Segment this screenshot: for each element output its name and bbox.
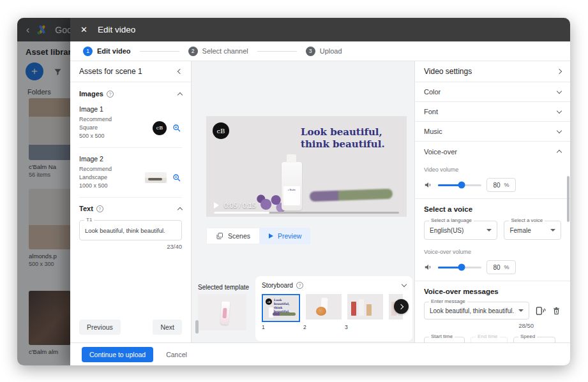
storyboard-scene-2[interactable] bbox=[306, 294, 342, 320]
video-settings-row[interactable]: Video settings bbox=[415, 61, 570, 82]
step-3-label[interactable]: Upload bbox=[320, 47, 342, 55]
scenes-icon bbox=[216, 232, 223, 240]
scenes-button[interactable]: Scenes bbox=[206, 228, 260, 244]
video-volume-label: Video volume bbox=[424, 166, 561, 173]
selected-template-label: Selected template bbox=[198, 284, 249, 291]
delete-icon[interactable] bbox=[552, 306, 561, 316]
end-time-label: End time bbox=[476, 334, 500, 339]
scrollbar-thumb[interactable] bbox=[567, 176, 569, 222]
video-timestamp: 0:05 / 0:15 bbox=[224, 202, 256, 209]
slider-thumb[interactable] bbox=[458, 264, 465, 271]
step-connector bbox=[140, 51, 179, 52]
play-icon[interactable] bbox=[214, 202, 219, 209]
video-progress-bar[interactable] bbox=[214, 212, 399, 214]
app-window: ‹ Goo Asset library + Folders c'Balm Na … bbox=[17, 18, 570, 365]
image-2-block: Image 2 RecommendLandscape1000 x 500 bbox=[79, 155, 182, 190]
chevron-down-icon[interactable] bbox=[402, 282, 407, 287]
text-1-input[interactable] bbox=[80, 221, 181, 240]
play-icon bbox=[269, 233, 273, 239]
dropdown-arrow-icon bbox=[550, 229, 555, 231]
start-time-field[interactable]: Start time bbox=[424, 337, 465, 342]
dropdown-arrow-icon bbox=[518, 309, 524, 312]
voice-over-volume-label: Voice-over volume bbox=[424, 249, 561, 255]
settings-panel: Video settings Color Font Music Voice-ov… bbox=[414, 61, 570, 342]
divider bbox=[415, 281, 570, 281]
text-1-field-label: T1 bbox=[84, 217, 94, 223]
scene-numbers: 123 bbox=[262, 324, 406, 330]
image-1-thumbnail[interactable]: cB bbox=[153, 121, 167, 135]
replace-image-icon[interactable] bbox=[172, 173, 182, 183]
speed-value: 1 bbox=[519, 342, 523, 343]
cancel-button[interactable]: Cancel bbox=[166, 351, 187, 358]
voice-select[interactable]: Select a voice Female bbox=[504, 221, 561, 240]
chevron-up-icon[interactable] bbox=[177, 92, 183, 97]
selected-template-thumbnail[interactable] bbox=[198, 294, 246, 330]
storyboard-card: Storyboard ? cB Look beautiful, think be… bbox=[255, 276, 412, 341]
previous-button[interactable]: Previous bbox=[79, 320, 121, 335]
chevron-down-icon bbox=[557, 88, 562, 93]
language-select-label: Select a language bbox=[429, 217, 474, 223]
help-icon[interactable]: ? bbox=[96, 205, 103, 212]
enter-message-select[interactable]: Enter message Look beautiful, think beau… bbox=[424, 302, 529, 320]
voice-select-value: Female bbox=[509, 227, 531, 234]
language-select-value: English(US) bbox=[430, 227, 464, 234]
step-1-label[interactable]: Edit video bbox=[97, 47, 131, 55]
continue-to-upload-button[interactable]: Continue to upload bbox=[82, 347, 153, 362]
speed-select[interactable]: Speed 1 bbox=[513, 337, 555, 342]
text-1-counter: 23/40 bbox=[79, 243, 182, 250]
voice-over-volume-value: 80 bbox=[493, 264, 500, 271]
video-volume-value-field[interactable]: 80 % bbox=[486, 178, 516, 192]
step-2-label[interactable]: Select channel bbox=[202, 47, 248, 55]
scenes-label: Scenes bbox=[228, 232, 250, 240]
collapse-panel-icon[interactable] bbox=[177, 69, 183, 74]
voice-over-volume-value-field[interactable]: 80 % bbox=[486, 260, 516, 274]
step-3-circle: 3 bbox=[306, 47, 315, 56]
language-select[interactable]: Select a language English(US) bbox=[424, 221, 497, 240]
video-volume-slider[interactable] bbox=[438, 184, 481, 186]
brand-logo-overlay: cB bbox=[213, 122, 229, 139]
end-time-field: End time 3 s bbox=[471, 337, 508, 342]
text-section-header[interactable]: Text ? bbox=[79, 205, 182, 212]
modal-header: ✕ Edit video bbox=[70, 18, 570, 41]
image-2-title: Image 2 bbox=[79, 155, 182, 163]
video-headline: Look beautiful, think beautiful. bbox=[301, 126, 398, 151]
text-to-speech-icon[interactable] bbox=[535, 305, 546, 316]
video-preview[interactable]: cB Look beautiful, think beautiful. c'Ba… bbox=[206, 116, 407, 217]
voice-over-volume-slider[interactable] bbox=[438, 267, 481, 268]
stepper: 1 Edit video 2 Select channel 3 Upload bbox=[70, 41, 570, 61]
enter-message-value: Look beautiful, think beautiful. bbox=[430, 307, 514, 314]
next-button[interactable]: Next bbox=[153, 320, 182, 335]
image-2-specs: RecommendLandscape1000 x 500 bbox=[79, 165, 112, 190]
speaker-icon bbox=[424, 263, 433, 272]
divider bbox=[79, 197, 182, 198]
voice-over-section-row[interactable]: Voice-over bbox=[415, 142, 570, 161]
preview-button[interactable]: Preview bbox=[260, 228, 310, 244]
help-icon[interactable]: ? bbox=[296, 282, 303, 289]
storyboard-scene-3[interactable] bbox=[347, 294, 383, 320]
replace-image-icon[interactable] bbox=[172, 123, 182, 133]
chevron-up-icon[interactable] bbox=[177, 207, 183, 212]
help-icon[interactable]: ? bbox=[107, 91, 114, 98]
music-section-row[interactable]: Music bbox=[415, 122, 570, 142]
image-2-thumbnail[interactable] bbox=[145, 172, 167, 183]
voice-select-label: Select a voice bbox=[509, 217, 545, 223]
storyboard-next-button[interactable] bbox=[394, 299, 409, 314]
text-section-label: Text bbox=[79, 205, 93, 212]
speed-label: Speed bbox=[518, 334, 537, 339]
assets-panel: Assets for scene 1 Images ? Image 1 bbox=[70, 61, 192, 342]
images-section-header[interactable]: Images ? bbox=[79, 90, 182, 98]
color-section-row[interactable]: Color bbox=[415, 82, 570, 102]
scrollbar-thumb[interactable] bbox=[195, 320, 199, 334]
images-section-label: Images bbox=[79, 90, 103, 98]
slider-thumb[interactable] bbox=[458, 182, 465, 189]
select-voice-heading: Select a voice bbox=[424, 205, 561, 213]
close-icon[interactable]: ✕ bbox=[80, 25, 87, 34]
color-label: Color bbox=[424, 88, 441, 96]
storyboard-scene-1[interactable]: cB Look beautiful, think beautiful. bbox=[262, 294, 300, 322]
font-section-row[interactable]: Font bbox=[415, 102, 570, 122]
enter-message-label: Enter message bbox=[429, 298, 467, 304]
font-label: Font bbox=[424, 108, 438, 115]
product-bottle: c'Balm bbox=[282, 162, 302, 210]
preview-area: cB Look beautiful, think beautiful. c'Ba… bbox=[192, 61, 414, 342]
edit-video-modal: ✕ Edit video 1 Edit video 2 Select chann… bbox=[70, 18, 570, 365]
